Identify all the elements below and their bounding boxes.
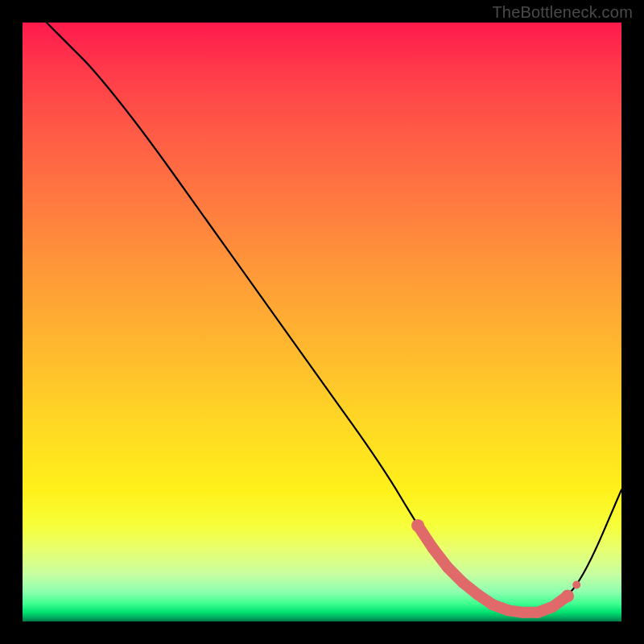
highlight-dot — [561, 589, 574, 602]
highlight-dot — [532, 607, 543, 618]
curve-line — [47, 23, 621, 613]
highlight-dot-isolated — [572, 580, 580, 588]
watermark-text: TheBottleneck.com — [492, 3, 633, 22]
highlight-dot — [547, 601, 558, 613]
highlight-dot — [427, 543, 439, 554]
chart-svg — [23, 23, 621, 621]
highlight-dot — [457, 577, 469, 588]
highlight-dot — [411, 519, 424, 532]
highlight-dot — [472, 589, 483, 601]
highlight-dot — [487, 599, 498, 610]
highlight-dot — [502, 605, 514, 616]
chart-plot-area — [23, 23, 621, 621]
highlight-dot — [517, 607, 528, 618]
highlight-dot — [442, 562, 453, 573]
highlight-dots — [411, 519, 580, 618]
